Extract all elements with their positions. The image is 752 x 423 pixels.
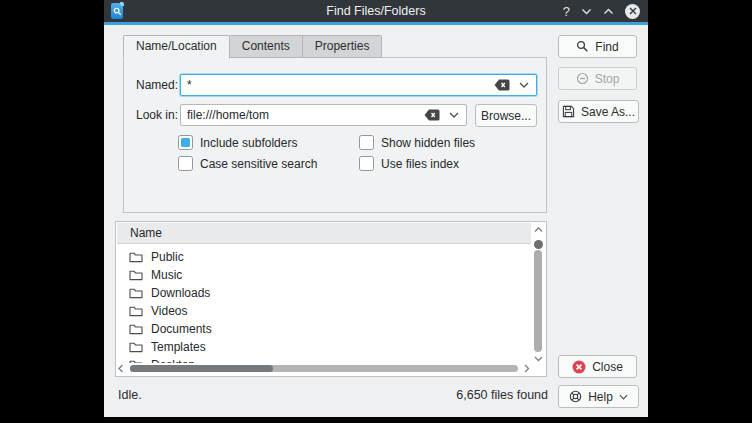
folder-icon <box>129 323 143 335</box>
results-rows: Public Music Downloads Videos Documents <box>117 244 531 363</box>
tab-properties[interactable]: Properties <box>303 35 383 58</box>
horizontal-scroll-thumb[interactable] <box>130 365 273 372</box>
named-combobox <box>180 74 537 96</box>
status-bar: Idle. 6,650 files found <box>118 388 548 402</box>
stop-button[interactable]: Stop <box>558 67 637 90</box>
folder-icon <box>129 341 143 353</box>
checkbox-case-sensitive[interactable]: Case sensitive search <box>178 156 317 171</box>
column-header-name[interactable]: Name <box>117 223 531 244</box>
status-text: Idle. <box>118 388 142 402</box>
list-item[interactable]: Documents <box>117 320 531 338</box>
vertical-scroll-thumb[interactable] <box>534 240 543 249</box>
save-as-button[interactable]: Save As... <box>558 100 639 123</box>
chevron-down-icon[interactable] <box>519 82 529 88</box>
titlebar[interactable]: Find Files/Folders ? <box>104 0 648 22</box>
horizontal-scrollbar[interactable] <box>118 363 530 374</box>
scroll-up-icon[interactable] <box>534 227 543 233</box>
list-item[interactable]: Templates <box>117 338 531 356</box>
checkbox-show-hidden[interactable]: Show hidden files <box>359 135 475 150</box>
chevron-down-icon[interactable] <box>449 112 459 118</box>
screen-background: Find Files/Folders ? Name/Location Conte… <box>0 0 752 423</box>
folder-icon <box>129 305 143 317</box>
clear-text-icon[interactable] <box>494 79 510 91</box>
results-list: Name Public Music Downloads Videos <box>115 221 547 377</box>
checkbox-unchecked-icon <box>359 156 374 171</box>
list-item[interactable]: Desktop <box>117 356 531 363</box>
close-button[interactable]: Close <box>558 355 637 378</box>
tab-contents[interactable]: Contents <box>230 35 303 58</box>
search-icon <box>576 40 589 53</box>
help-icon <box>569 390 582 403</box>
tab-bar: Name/Location Contents Properties <box>123 35 382 59</box>
checkbox-unchecked-icon <box>359 135 374 150</box>
checkbox-checked-icon <box>178 135 193 150</box>
look-in-label: Look in: <box>136 108 178 122</box>
clear-text-icon[interactable] <box>424 109 440 121</box>
scroll-right-icon[interactable] <box>524 364 530 373</box>
list-item[interactable]: Public <box>117 248 531 266</box>
named-input[interactable] <box>180 74 537 96</box>
help-menu-button[interactable]: Help <box>558 385 639 408</box>
look-in-combobox <box>180 104 467 126</box>
stop-icon <box>576 72 589 85</box>
titlebar-accent-line <box>104 22 648 25</box>
close-red-icon <box>572 360 586 374</box>
checkbox-use-files-index[interactable]: Use files index <box>359 156 459 171</box>
close-window-icon[interactable] <box>625 4 640 19</box>
name-location-panel: Named: Look in: <box>123 57 547 213</box>
browse-button[interactable]: Browse... <box>475 104 537 127</box>
chevron-down-icon <box>619 394 628 400</box>
minimize-icon[interactable] <box>581 8 592 15</box>
context-help-icon[interactable]: ? <box>563 5 570 18</box>
find-files-window: Find Files/Folders ? Name/Location Conte… <box>104 0 648 417</box>
tab-name-location[interactable]: Name/Location <box>123 35 230 59</box>
folder-icon <box>129 251 143 263</box>
checkbox-unchecked-icon <box>178 156 193 171</box>
scroll-left-icon[interactable] <box>118 364 124 373</box>
vertical-scroll-track[interactable] <box>534 250 542 352</box>
checkbox-include-subfolders[interactable]: Include subfolders <box>178 135 297 150</box>
maximize-icon[interactable] <box>603 8 614 15</box>
list-item[interactable]: Videos <box>117 302 531 320</box>
vertical-scrollbar[interactable] <box>532 223 545 362</box>
list-item[interactable]: Music <box>117 266 531 284</box>
find-button[interactable]: Find <box>558 35 637 58</box>
named-label: Named: <box>136 78 178 92</box>
files-found-count: 6,650 files found <box>456 388 548 402</box>
scroll-down-icon[interactable] <box>534 356 543 362</box>
list-item[interactable]: Downloads <box>117 284 531 302</box>
save-icon <box>562 105 575 118</box>
folder-icon <box>129 287 143 299</box>
folder-icon <box>129 269 143 281</box>
